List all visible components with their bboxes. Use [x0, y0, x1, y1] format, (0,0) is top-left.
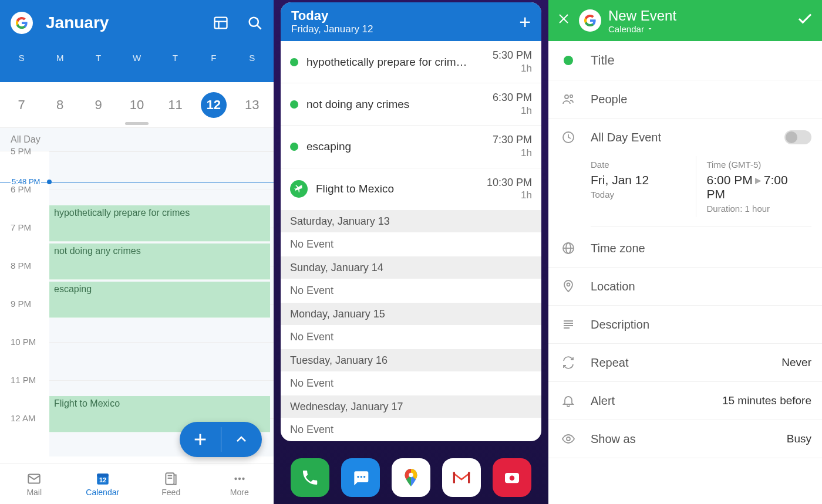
widget-title: Today: [291, 8, 519, 23]
agenda-event-row[interactable]: hypothetically prepare for crim…5:30 PM1…: [281, 41, 541, 83]
agenda-event-row[interactable]: Flight to Mexico10:30 PM1h: [281, 168, 541, 211]
svg-point-23: [510, 475, 515, 481]
bell-icon: [559, 394, 578, 408]
drag-handle[interactable]: [125, 122, 149, 125]
event-dot: [290, 100, 298, 109]
widget-add-icon[interactable]: +: [519, 11, 531, 33]
hour-label: 10 PM: [0, 337, 49, 375]
calendar-color-dot: [564, 56, 573, 65]
now-indicator: 5:48 PM: [0, 182, 274, 182]
agenda-event-row[interactable]: escaping7:30 PM1h: [281, 126, 541, 168]
people-icon: [559, 92, 578, 106]
weekday: T: [156, 53, 194, 63]
calendar-event[interactable]: not doing any crimes: [49, 243, 270, 280]
widget-header[interactable]: Today Friday, January 12 +: [281, 2, 541, 41]
timeline[interactable]: All Day 5 PM6 PM7 PM8 PM9 PM10 PM11 PM12…: [0, 128, 274, 463]
event-title: Flight to Mexico: [316, 182, 479, 195]
date-cell[interactable]: 11: [156, 97, 194, 113]
date-picker[interactable]: Date Fri, Jan 12 Today: [591, 156, 696, 217]
title-input[interactable]: Title: [591, 53, 811, 68]
all-day-row[interactable]: All Day Event: [548, 119, 822, 156]
svg-point-15: [238, 477, 241, 479]
event-time: 10:30 PM1h: [487, 177, 532, 202]
time-picker[interactable]: Time (GMT-5) 6:00 PM▸7:00 PM Duration: 1…: [696, 156, 812, 217]
no-event-label: No Event: [281, 325, 541, 350]
dock-maps-icon[interactable]: [392, 458, 430, 497]
agenda-view-icon[interactable]: [213, 15, 229, 31]
calendar-day-view: January S M T W T F S 7 8 9 10 11 12: [0, 0, 274, 504]
event-title: not doing any crimes: [306, 98, 484, 111]
header-title: New Event: [608, 8, 676, 24]
nav-label: Mail: [26, 488, 42, 497]
svg-line-4: [257, 25, 261, 29]
search-icon[interactable]: [247, 15, 263, 31]
google-avatar[interactable]: [11, 12, 33, 34]
agenda-event-row[interactable]: not doing any crimes6:30 PM1h: [281, 83, 541, 126]
dock-gmail-icon[interactable]: [442, 458, 481, 497]
nav-calendar[interactable]: 12 Calendar: [69, 464, 137, 504]
no-event-label: No Event: [281, 232, 541, 257]
flight-icon: [290, 180, 308, 198]
calendar-event[interactable]: hypothetically prepare for crimes: [49, 205, 270, 242]
date-cell[interactable]: 8: [41, 97, 79, 113]
fab-expand-button[interactable]: [221, 422, 262, 457]
agenda-section-header: Saturday, January 13: [281, 211, 541, 232]
widget-subtitle: Friday, January 12: [291, 23, 519, 35]
date-cell[interactable]: 10: [117, 97, 156, 113]
svg-rect-21: [453, 472, 470, 483]
event-time: 7:30 PM1h: [493, 134, 532, 159]
calendar-selector[interactable]: Calendar: [608, 24, 676, 34]
nav-label: Feed: [161, 488, 180, 497]
svg-point-27: [570, 95, 572, 97]
date-cell-selected[interactable]: 12: [194, 92, 233, 118]
hour-label: 7 PM: [0, 222, 49, 261]
new-event-header: New Event Calendar: [548, 0, 822, 41]
dock-camera-icon[interactable]: [493, 458, 531, 497]
svg-rect-0: [215, 18, 227, 29]
nav-mail[interactable]: Mail: [0, 464, 69, 504]
no-event-label: No Event: [281, 371, 541, 396]
home-screen: Today Friday, January 12 + hypotheticall…: [274, 0, 548, 504]
dock-messages-icon[interactable]: [341, 458, 380, 497]
nav-more[interactable]: More: [206, 464, 274, 504]
repeat-icon: [559, 356, 578, 370]
google-avatar[interactable]: [579, 9, 601, 32]
timezone-row[interactable]: Time zone: [548, 229, 822, 268]
nav-feed[interactable]: Feed: [137, 464, 206, 504]
svg-point-18: [361, 476, 362, 478]
people-row[interactable]: People: [548, 80, 822, 119]
weekday: S: [233, 53, 271, 63]
hour-label: 8 PM: [0, 261, 49, 299]
calendar-event[interactable]: escaping: [49, 282, 270, 318]
event-dot: [290, 143, 298, 151]
title-row[interactable]: Title: [548, 41, 822, 80]
date-cell[interactable]: 13: [233, 97, 271, 113]
nav-label: Calendar: [86, 488, 119, 497]
repeat-row[interactable]: Repeat Never: [548, 344, 822, 382]
hour-label: 12 AM: [0, 413, 49, 451]
close-icon[interactable]: [557, 11, 571, 30]
show-as-row[interactable]: Show as Busy: [548, 420, 822, 458]
event-title: escaping: [306, 140, 484, 153]
date-time-block: Date Fri, Jan 12 Today Time (GMT-5) 6:00…: [591, 156, 811, 227]
location-row[interactable]: Location: [548, 268, 822, 306]
chevron-down-icon: [646, 25, 653, 32]
date-row[interactable]: 7 8 9 10 11 12 13: [0, 82, 274, 128]
repeat-value: Never: [781, 356, 811, 369]
description-row[interactable]: Description: [548, 306, 822, 344]
agenda-list[interactable]: hypothetically prepare for crim…5:30 PM1…: [281, 41, 541, 441]
dock-phone-icon[interactable]: [291, 458, 329, 497]
all-day-toggle[interactable]: [784, 130, 811, 144]
month-title[interactable]: January: [46, 13, 213, 32]
confirm-icon[interactable]: [796, 10, 814, 32]
hour-label: 11 PM: [0, 375, 49, 413]
agenda-section-header: Monday, January 15: [281, 303, 541, 325]
date-cell[interactable]: 9: [79, 97, 117, 113]
fab-add-button[interactable]: [180, 422, 221, 457]
alert-row[interactable]: Alert 15 minutes before: [548, 382, 822, 420]
event-time: 6:30 PM1h: [493, 92, 532, 117]
show-as-value: Busy: [787, 432, 811, 445]
globe-icon: [559, 241, 578, 255]
calendar-header: January S M T W T F S: [0, 0, 274, 82]
date-cell[interactable]: 7: [2, 97, 41, 113]
